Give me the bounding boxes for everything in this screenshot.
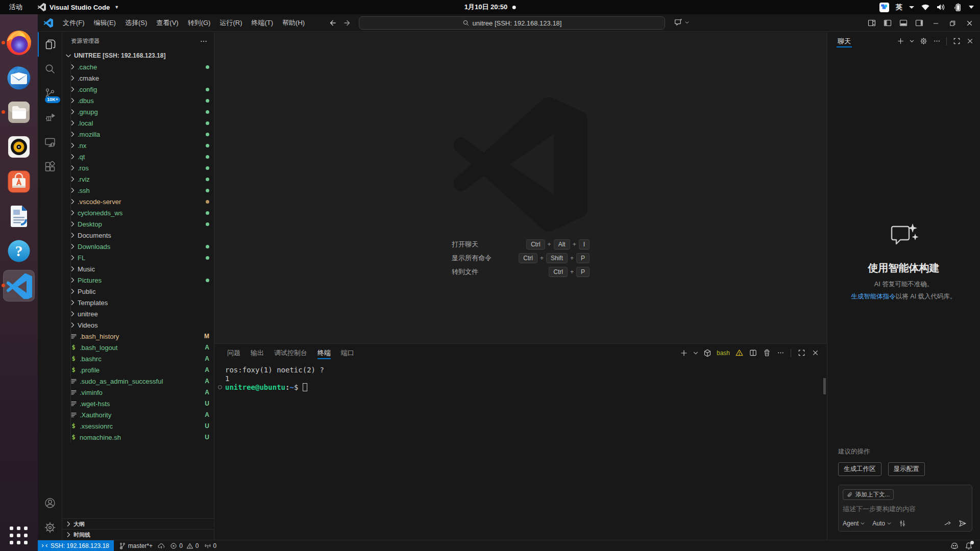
chat-tools-icon[interactable] [899,520,906,527]
panel-tab[interactable]: 终端 [314,344,334,362]
suggested-action-button[interactable]: 显示配置 [888,462,925,476]
tree-item[interactable]: $ .mozilla [62,129,214,140]
menu-item[interactable]: 终端(T) [247,17,278,29]
activitybar-explorer[interactable] [38,32,62,57]
tree-item[interactable]: $ .vscode-server [62,196,214,207]
chat-send-icon[interactable] [959,519,967,528]
tree-item[interactable]: $ .dbus [62,95,214,106]
system-tray[interactable]: 英 [879,0,980,14]
chat-mode-picker[interactable]: Agent [843,520,865,527]
panel-more-actions-icon[interactable] [775,347,786,359]
command-center-search[interactable]: unitree [SSH: 192.168.123.18] [359,16,665,30]
tree-item[interactable]: $ .viminfo A [62,387,214,398]
tree-item[interactable]: $ Pictures [62,274,214,286]
split-terminal-icon[interactable] [747,347,758,359]
activities-button[interactable]: 活动 [0,0,32,14]
activitybar-source-control[interactable]: 10K+ [38,81,62,106]
menu-item[interactable]: 转到(G) [183,17,215,29]
tree-item[interactable]: $ .xsessionrc U [62,420,214,432]
input-language-indicator[interactable]: 英 [896,3,902,12]
problems-status[interactable]: 0 0 [170,542,199,549]
tree-item[interactable]: $ .bash_logout A [62,342,214,353]
terminal-dropdown-chevron-icon[interactable] [692,347,699,359]
chat-input-box[interactable]: 添加上下文... 描述下一步要构建的内容 Agent Auto [838,485,972,532]
chat-more-actions-icon[interactable] [932,36,942,47]
dock-item-vscode[interactable] [6,272,32,299]
editor-area[interactable]: 打开聊天 Ctrl+Alt+I 显示所有命令 Ctrl+Shift+P 转到文件… [214,32,827,343]
chat-model-picker[interactable]: Auto [872,520,892,527]
terminal-warning-icon[interactable] [733,347,745,359]
copilot-status-icon[interactable] [950,542,959,550]
remote-indicator[interactable]: SSH: 192.168.123.18 [38,540,114,551]
menu-item[interactable]: 选择(S) [120,17,152,29]
activitybar-run-debug[interactable] [38,106,62,130]
panel-tab[interactable]: 输出 [247,344,267,362]
chat-dropdown-chevron-icon[interactable] [909,36,915,47]
tree-item[interactable]: $ Music [62,263,214,274]
tree-item[interactable]: $ .wget-hsts U [62,398,214,409]
dock-item-libreoffice[interactable] [6,203,32,230]
maximize-panel-icon[interactable] [796,347,807,359]
tree-item[interactable]: $ .profile A [62,364,214,375]
ime-icon[interactable] [879,3,889,12]
forward-arrow-icon[interactable] [343,19,351,27]
tree-item[interactable]: $ .nx [62,140,214,151]
notifications-bell[interactable] [965,542,973,550]
tree-item[interactable]: $ .ros [62,162,214,173]
clock-menu[interactable]: 1月10日 20:50 [464,0,516,14]
terminal[interactable]: ros:foxy(1) noetic(2) ? 1 unitree@ubuntu… [214,362,827,540]
new-terminal-icon[interactable] [678,347,690,359]
tree-item[interactable]: $ .rviz [62,173,214,185]
close-chat-icon[interactable] [965,36,975,47]
close-panel-icon[interactable] [810,347,821,359]
ports-status[interactable]: 0 [204,542,217,549]
tree-item[interactable]: $ .config [62,84,214,95]
dock-item-firefox[interactable] [6,30,32,56]
customize-layout-icon[interactable] [868,19,876,27]
activitybar-remote-explorer[interactable] [38,130,62,155]
git-sync-status[interactable] [158,542,165,549]
activitybar-search[interactable] [38,57,62,81]
tree-item[interactable]: $ .bash_history M [62,331,214,342]
workspace-root-row[interactable]: UNITREE [SSH: 192.168.123.18] [62,50,214,61]
tree-item[interactable]: $ Public [62,286,214,297]
tree-item[interactable]: $ Videos [62,319,214,331]
sidebar-more-actions-icon[interactable] [200,37,208,45]
activitybar-extensions[interactable] [38,155,62,179]
sidebar-section-header[interactable]: 时间线 [62,529,214,540]
dock-item-ubuntu-software[interactable] [6,168,32,195]
tree-item[interactable]: $ unitree [62,308,214,319]
chat-tab[interactable]: 聊天 [838,32,851,50]
tree-item[interactable]: $ Documents [62,230,214,241]
dock-item-thunderbird[interactable] [6,64,32,91]
menu-item[interactable]: 运行(R) [215,17,247,29]
tree-item[interactable]: $ Downloads [62,241,214,252]
terminal-shell-icon[interactable] [702,347,713,359]
show-applications-button[interactable] [10,527,28,545]
activitybar-account[interactable] [38,491,62,515]
suggested-action-button[interactable]: 生成工作区 [838,462,881,476]
new-chat-icon[interactable] [895,36,905,47]
tree-item[interactable]: $ Desktop [62,218,214,230]
git-branch-status[interactable]: master*+ [119,542,153,549]
dock-item-help[interactable]: ? [6,238,32,264]
close-window-button[interactable] [963,16,976,30]
generate-instructions-link[interactable]: 生成智能体指令 [851,293,896,300]
tree-item[interactable]: $ .qt [62,151,214,162]
tree-item[interactable]: $ .gnupg [62,106,214,117]
chat-settings-gear-icon[interactable] [918,36,928,47]
command-decoration-icon[interactable] [218,385,222,389]
toggle-panel-icon[interactable] [899,19,908,27]
toggle-secondary-sidebar-icon[interactable] [915,19,923,27]
copilot-titlebar-button[interactable] [674,18,690,27]
tree-item[interactable]: $ .cmake [62,72,214,84]
menu-item[interactable]: 帮助(H) [278,17,309,29]
chat-voice-icon[interactable] [944,520,951,528]
tree-item[interactable]: $ Templates [62,297,214,308]
tree-item[interactable]: $ nomachine.sh U [62,432,214,443]
tree-item[interactable]: $ .bashrc A [62,353,214,364]
tree-item[interactable]: $ .local [62,117,214,129]
minimize-button[interactable] [929,16,942,30]
terminal-shell-label[interactable]: bash [717,349,730,357]
menu-item[interactable]: 编辑(E) [89,17,120,29]
